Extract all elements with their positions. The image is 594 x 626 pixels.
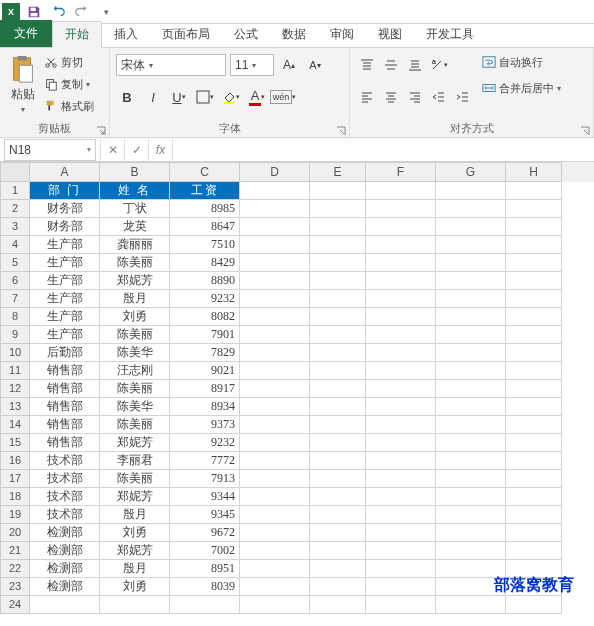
cell[interactable]: 生产部	[30, 272, 100, 290]
cell[interactable]: 郑妮芳	[100, 272, 170, 290]
cell[interactable]: 销售部	[30, 416, 100, 434]
cell[interactable]: 9373	[170, 416, 240, 434]
cell[interactable]	[366, 236, 436, 254]
cell[interactable]	[170, 596, 240, 614]
cell[interactable]: 8917	[170, 380, 240, 398]
cell[interactable]	[436, 542, 506, 560]
row-header[interactable]: 11	[0, 362, 30, 380]
cell[interactable]: 生产部	[30, 326, 100, 344]
column-header[interactable]: F	[366, 162, 436, 182]
cell[interactable]: 技术部	[30, 452, 100, 470]
cell[interactable]	[366, 380, 436, 398]
cell[interactable]	[506, 308, 562, 326]
cell[interactable]	[436, 452, 506, 470]
cell[interactable]: 殷月	[100, 506, 170, 524]
row-header[interactable]: 14	[0, 416, 30, 434]
cell[interactable]	[310, 308, 366, 326]
cell[interactable]	[506, 326, 562, 344]
increase-indent-button[interactable]	[452, 86, 474, 108]
cell[interactable]: 7901	[170, 326, 240, 344]
cell[interactable]	[506, 254, 562, 272]
row-header[interactable]: 23	[0, 578, 30, 596]
cell[interactable]: 生产部	[30, 254, 100, 272]
cell[interactable]	[240, 308, 310, 326]
cell[interactable]: 陈美华	[100, 398, 170, 416]
cell[interactable]	[366, 578, 436, 596]
dialog-launcher-icon[interactable]	[579, 125, 591, 137]
cell[interactable]	[366, 200, 436, 218]
cell[interactable]	[436, 308, 506, 326]
cell[interactable]	[506, 416, 562, 434]
undo-button[interactable]	[48, 2, 68, 22]
cell[interactable]	[436, 488, 506, 506]
row-header[interactable]: 10	[0, 344, 30, 362]
cell[interactable]	[310, 236, 366, 254]
cell[interactable]	[366, 290, 436, 308]
row-header[interactable]: 1	[0, 182, 30, 200]
dialog-launcher-icon[interactable]	[95, 125, 107, 137]
cell[interactable]	[366, 272, 436, 290]
cell[interactable]: 7510	[170, 236, 240, 254]
column-header[interactable]: D	[240, 162, 310, 182]
align-center-button[interactable]	[380, 86, 402, 108]
cell[interactable]: 陈美华	[100, 344, 170, 362]
cell[interactable]	[506, 182, 562, 200]
cell[interactable]: 刘勇	[100, 308, 170, 326]
cell[interactable]	[506, 452, 562, 470]
underline-button[interactable]: U▾	[168, 86, 190, 108]
cell[interactable]	[436, 326, 506, 344]
cell[interactable]	[240, 506, 310, 524]
cell[interactable]	[506, 542, 562, 560]
cell[interactable]	[366, 470, 436, 488]
cell[interactable]: 财务部	[30, 200, 100, 218]
border-button[interactable]: ▾	[194, 86, 216, 108]
cell[interactable]	[310, 560, 366, 578]
cell[interactable]: 陈美丽	[100, 380, 170, 398]
cell[interactable]	[310, 578, 366, 596]
cell[interactable]: 陈美丽	[100, 326, 170, 344]
cell[interactable]: 陈美丽	[100, 470, 170, 488]
cell[interactable]	[240, 218, 310, 236]
cell[interactable]	[310, 218, 366, 236]
cell[interactable]: 9232	[170, 290, 240, 308]
cell[interactable]: 生产部	[30, 290, 100, 308]
row-header[interactable]: 19	[0, 506, 30, 524]
cell[interactable]: 检测部	[30, 542, 100, 560]
cell[interactable]: 9672	[170, 524, 240, 542]
cell[interactable]	[366, 218, 436, 236]
cell[interactable]	[310, 542, 366, 560]
row-header[interactable]: 7	[0, 290, 30, 308]
cell[interactable]	[310, 380, 366, 398]
cell[interactable]: 技术部	[30, 506, 100, 524]
cell[interactable]: 工资	[170, 182, 240, 200]
cell[interactable]	[310, 596, 366, 614]
tab-home[interactable]: 开始	[52, 21, 102, 48]
cell[interactable]: 8934	[170, 398, 240, 416]
cell[interactable]	[436, 200, 506, 218]
cell[interactable]: 汪志刚	[100, 362, 170, 380]
cell[interactable]: 销售部	[30, 434, 100, 452]
cell[interactable]	[240, 344, 310, 362]
row-header[interactable]: 4	[0, 236, 30, 254]
qat-customize-button[interactable]: ▾	[96, 2, 116, 22]
cell[interactable]	[240, 254, 310, 272]
cell[interactable]	[436, 506, 506, 524]
cell[interactable]: 7772	[170, 452, 240, 470]
cell[interactable]	[366, 506, 436, 524]
font-size-combo[interactable]: 11▾	[230, 54, 274, 76]
cell[interactable]: 郑妮芳	[100, 488, 170, 506]
cell[interactable]	[240, 470, 310, 488]
row-header[interactable]: 8	[0, 308, 30, 326]
align-bottom-button[interactable]	[404, 54, 426, 76]
cell[interactable]: 李丽君	[100, 452, 170, 470]
cell[interactable]	[436, 416, 506, 434]
italic-button[interactable]: I	[142, 86, 164, 108]
cell[interactable]: 检测部	[30, 524, 100, 542]
cell[interactable]	[310, 290, 366, 308]
save-button[interactable]	[24, 2, 44, 22]
cell[interactable]: 郑妮芳	[100, 542, 170, 560]
cell[interactable]	[436, 398, 506, 416]
cell[interactable]: 技术部	[30, 488, 100, 506]
cell[interactable]	[240, 416, 310, 434]
row-header[interactable]: 15	[0, 434, 30, 452]
